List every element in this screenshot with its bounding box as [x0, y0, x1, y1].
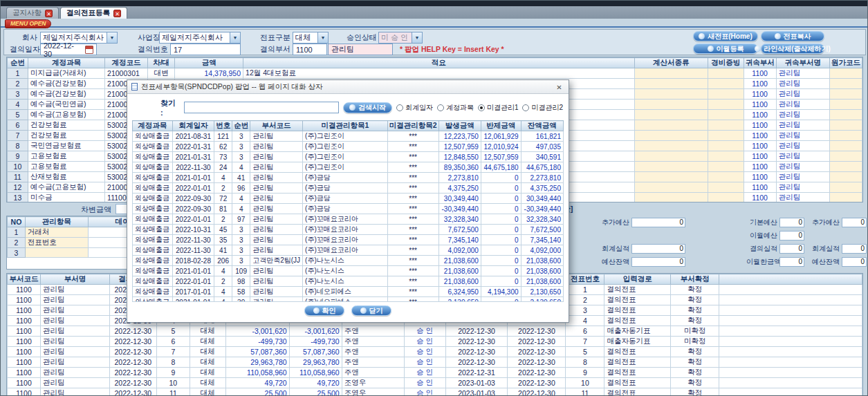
cell[interactable]: 2022-01-01: [172, 183, 214, 194]
table-row[interactable]: 외상매출금2022-01-01298관리팀(주)나노시스***21,038,60…: [133, 276, 564, 287]
cell[interactable]: 44,675,180: [521, 162, 563, 173]
cell[interactable]: 대체: [190, 326, 225, 337]
cell[interactable]: 2022-12-30: [109, 337, 156, 347]
cell[interactable]: 35: [214, 235, 232, 245]
cell[interactable]: (주)금담: [303, 194, 388, 204]
cell[interactable]: [708, 100, 744, 110]
cell[interactable]: 관리팀: [776, 151, 829, 162]
table-row[interactable]: 1100관리팀2022-12-3011대체25,50025,500조영우승 인2…: [8, 388, 862, 396]
cell[interactable]: 2: [214, 276, 232, 287]
cell[interactable]: (주)꼬매요코리아: [303, 225, 388, 235]
slip-no-field[interactable]: 17: [170, 44, 241, 55]
cell[interactable]: 승 인: [404, 378, 445, 388]
cell[interactable]: 0: [481, 214, 521, 225]
cell[interactable]: 1: [566, 285, 604, 295]
cell[interactable]: [634, 151, 708, 162]
cell[interactable]: 결의전표: [604, 378, 671, 388]
cell[interactable]: 1100: [744, 131, 776, 141]
cell[interactable]: 외상매출금: [133, 204, 173, 214]
cell[interactable]: 12,223,750: [438, 131, 481, 142]
cell[interactable]: 관리팀: [250, 173, 303, 183]
cell[interactable]: 4: [214, 173, 232, 183]
cell[interactable]: 관리팀: [776, 141, 829, 151]
cell[interactable]: 1100: [744, 182, 776, 193]
cell[interactable]: 관리팀: [250, 152, 303, 162]
cell[interactable]: [634, 162, 708, 172]
cell[interactable]: 81: [214, 204, 232, 214]
cell[interactable]: 2023-01-03: [445, 388, 508, 396]
cell[interactable]: [719, 326, 862, 337]
cell[interactable]: 4: [214, 297, 232, 303]
cell[interactable]: 1100: [744, 89, 776, 100]
cell[interactable]: -30,349,440: [438, 204, 481, 214]
cell[interactable]: 0: [481, 297, 521, 303]
cell[interactable]: -499,730: [225, 337, 289, 347]
cell[interactable]: [829, 151, 862, 162]
cell[interactable]: 미지급금(거래처): [28, 68, 104, 79]
cell[interactable]: 29,963,780: [225, 357, 289, 368]
cell[interactable]: 외상매출금: [133, 266, 173, 276]
cell[interactable]: 결의전표: [604, 357, 671, 368]
cell[interactable]: 2022-10-31: [172, 225, 214, 235]
cell[interactable]: [25, 248, 88, 258]
cell[interactable]: [708, 110, 744, 120]
cell[interactable]: 21,038,600: [521, 266, 563, 276]
cell[interactable]: 2021-01-01: [172, 173, 214, 183]
table-row[interactable]: 외상매출금2021-01-01441관리팀(주)금담***2,273,81002…: [133, 173, 564, 183]
cell[interactable]: [708, 193, 744, 203]
cell[interactable]: 외상매출금: [133, 287, 173, 297]
line-delete-button[interactable]: 라인삭제(줄삭제하기): [761, 44, 824, 54]
cell[interactable]: 2,273,810: [521, 173, 563, 183]
cell[interactable]: 예수금(고용보험): [28, 182, 104, 193]
cell[interactable]: 72: [214, 194, 232, 204]
cell[interactable]: 2022-01-01: [172, 276, 214, 287]
cell[interactable]: 6: [566, 326, 604, 337]
table-row[interactable]: 1100관리팀2022-12-307대체57,087,36057,087,360…: [8, 347, 862, 357]
cell[interactable]: 미확정: [671, 326, 719, 337]
cell[interactable]: 결의전표: [604, 295, 671, 305]
cell[interactable]: 6,324,950: [438, 287, 481, 297]
close-button[interactable]: 닫기: [351, 305, 391, 316]
cell[interactable]: 외상매출금: [133, 256, 173, 266]
copy-slip-button[interactable]: 전표복사: [761, 31, 824, 41]
tab-close-icon[interactable]: ✕: [113, 10, 121, 17]
cell[interactable]: [708, 182, 744, 193]
cell[interactable]: 확정: [671, 357, 719, 368]
cell[interactable]: ***: [387, 225, 438, 235]
cell[interactable]: 외상매출금: [133, 162, 173, 173]
cell[interactable]: 확정: [671, 388, 719, 396]
cell[interactable]: 2022-11-30: [172, 245, 214, 256]
cell[interactable]: 관리팀: [40, 316, 109, 326]
cell[interactable]: 관리팀: [250, 183, 303, 194]
cell[interactable]: 2022-12-30: [445, 347, 508, 357]
cell[interactable]: 10: [8, 162, 28, 172]
cell[interactable]: 1: [8, 227, 26, 238]
cell[interactable]: 1100: [8, 388, 41, 396]
search-start-button[interactable]: 검색시작: [343, 102, 392, 113]
table-row[interactable]: 외상매출금2021-01-01439관리팀(주)네오피에스***2,130,65…: [133, 297, 564, 303]
cell[interactable]: ***: [387, 235, 438, 245]
cell[interactable]: ***: [387, 173, 438, 183]
table-row[interactable]: 1미지급금(거래처)21000301대변14,378,95012월 4대보험료1…: [8, 68, 862, 79]
cell[interactable]: 340,591: [521, 152, 563, 162]
slip-date-field[interactable]: 2022-12-30: [40, 44, 97, 55]
cell[interactable]: 161,821: [521, 131, 563, 142]
bizplace-select[interactable]: 제일저지주식회사▼: [159, 32, 241, 44]
cell[interactable]: 2022-01-31: [172, 142, 214, 152]
cell[interactable]: (주)나노시스: [303, 276, 388, 287]
cell[interactable]: 21,038,600: [521, 256, 563, 266]
table-row[interactable]: 외상매출금2022-11-30353관리팀(주)꼬매요코리아***7,345,1…: [133, 235, 564, 245]
cell[interactable]: (주)그린조이: [303, 131, 388, 142]
cell[interactable]: 3: [8, 248, 26, 258]
cell[interactable]: 7,345,140: [521, 235, 563, 245]
cell[interactable]: 0: [481, 235, 521, 245]
cell[interactable]: [719, 357, 862, 368]
cell[interactable]: 0: [481, 245, 521, 256]
cell[interactable]: ***: [387, 142, 438, 152]
cell[interactable]: 0: [481, 194, 521, 204]
menu-open-button[interactable]: MENU OPEN: [5, 19, 51, 28]
cell[interactable]: 49,720: [225, 378, 289, 388]
cell[interactable]: 대체: [190, 368, 225, 378]
table-row[interactable]: 1100관리팀2022-12-309대체110,058,960110,058,9…: [8, 368, 862, 378]
cell[interactable]: [719, 337, 862, 347]
